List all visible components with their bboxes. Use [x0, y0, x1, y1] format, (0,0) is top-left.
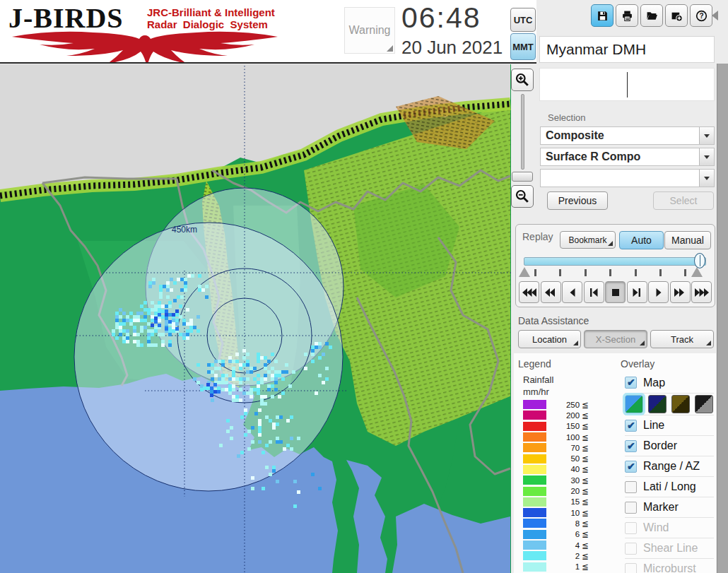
checkbox-checked[interactable]: [625, 377, 637, 389]
timezone-utc-button[interactable]: UTC: [510, 8, 536, 32]
range-ring-label: 450km: [172, 225, 197, 235]
previous-button[interactable]: Previous: [547, 191, 608, 210]
selection-dropdown-1[interactable]: Composite: [540, 126, 715, 145]
checkbox-unchecked[interactable]: [625, 481, 637, 493]
select-button[interactable]: Select: [653, 191, 714, 210]
overlay-item-label: Line: [643, 419, 664, 432]
transport-rewind-fast-button[interactable]: [519, 281, 539, 303]
transport-play-button[interactable]: [648, 281, 669, 303]
legend-color-swatch: [523, 551, 546, 560]
legend-row: 8 ≦: [523, 518, 589, 528]
map-zoom-out-button[interactable]: [511, 185, 534, 208]
transport-forward-fast-button[interactable]: [691, 281, 712, 303]
legend-color-swatch: [523, 422, 546, 431]
timezone-mmt-button[interactable]: MMT: [510, 33, 536, 60]
magnifier-plus-icon: [515, 73, 529, 87]
selection-dropdown-3[interactable]: [540, 169, 715, 187]
save-button[interactable]: [591, 4, 613, 27]
replay-timeline-slider[interactable]: [524, 257, 706, 266]
legend-value: 15 ≦: [546, 497, 589, 507]
legend-row: 200 ≦: [523, 410, 589, 420]
overlay-item-range-az: Range / AZ: [625, 456, 714, 476]
radar-map-canvas: 450km: [0, 64, 511, 573]
panel-collapse-icon[interactable]: [712, 11, 718, 20]
forward-fast-icon: [695, 288, 709, 297]
track-button[interactable]: Track: [650, 330, 714, 348]
overlay-item-microburst: Microburst: [625, 558, 714, 573]
warning-button[interactable]: Warning: [344, 7, 395, 54]
rewind-fast-icon: [522, 288, 536, 297]
radar-map[interactable]: 450km: [0, 64, 511, 573]
checkbox-unchecked[interactable]: [625, 502, 637, 514]
legend-value: 4 ≦: [546, 540, 589, 550]
x-section-button[interactable]: X-Section: [584, 330, 647, 348]
overlay-item-label: Lati / Long: [643, 480, 696, 493]
replay-manual-button[interactable]: Manual: [664, 231, 711, 249]
bookmark-button[interactable]: Bookmark: [560, 231, 616, 249]
checkbox-checked[interactable]: [625, 420, 637, 432]
checkbox-checked[interactable]: [625, 461, 637, 473]
right-splitter[interactable]: [717, 64, 728, 573]
legend-row: 2 ≦: [523, 550, 589, 561]
step-back-icon: [587, 288, 601, 297]
transport-play-back-button[interactable]: [562, 281, 582, 303]
open-button[interactable]: [640, 4, 663, 27]
overlay-section-label: Overlay: [621, 358, 654, 370]
legend-overlay-panel: Legend Overlay Rainfall mm/hr 250 ≦200 ≦…: [514, 353, 716, 573]
capture-icon: [671, 10, 683, 22]
overlay-item-border: Border: [625, 435, 714, 456]
app-header: J-BIRDS JRC-Brilliant & Intelligent Rada…: [0, 0, 536, 64]
legend-value: 200 ≦: [546, 410, 589, 420]
map-zoom-slider-handle[interactable]: [512, 172, 533, 182]
play-back-icon: [565, 288, 580, 297]
replay-auto-button[interactable]: Auto: [619, 231, 664, 249]
legend-row: 100 ≦: [523, 432, 589, 442]
print-button[interactable]: [616, 4, 638, 27]
legend-row: 15 ≦: [523, 497, 589, 507]
legend-value: 70 ≦: [546, 443, 589, 453]
location-button[interactable]: Location: [518, 330, 581, 348]
checkbox-unchecked: [625, 563, 637, 573]
legend-row: 250 ≦: [523, 399, 589, 410]
transport-step-back-button[interactable]: [584, 281, 604, 303]
jbirds-app: 450km J-BIRDS JRC-Brilliant & Intelligen…: [0, 0, 728, 573]
map-zoom-in-button[interactable]: [511, 69, 534, 91]
legend-color-swatch: [523, 562, 546, 572]
chevron-down-icon[interactable]: [699, 148, 714, 165]
checkbox-checked[interactable]: [625, 440, 637, 452]
overlay-item-label: Map: [643, 377, 665, 389]
transport-stop-button[interactable]: [605, 281, 626, 303]
transport-step-forward-button[interactable]: [627, 281, 647, 303]
legend-title: Rainfall: [523, 374, 553, 385]
chevron-down-icon[interactable]: [699, 127, 714, 144]
replay-slider-handle[interactable]: [694, 253, 705, 268]
legend-color-swatch: [523, 497, 546, 507]
map-style-swatch-3[interactable]: [671, 395, 690, 413]
legend-row: 70 ≦: [523, 442, 589, 453]
transport-forward-button[interactable]: [670, 281, 691, 303]
slider-tick: [534, 269, 536, 276]
slider-tick: [585, 269, 587, 276]
replay-range-start-marker[interactable]: [519, 267, 530, 277]
replay-range-end-marker[interactable]: [691, 267, 703, 277]
legend-row: 4 ≦: [523, 540, 589, 550]
app-logo-subtitle: JRC-Brilliant & Intelligent Radar Dialog…: [147, 7, 275, 30]
slider-tick: [684, 269, 686, 276]
help-button[interactable]: ?: [690, 4, 712, 27]
map-style-swatch-2[interactable]: [648, 395, 667, 413]
transport-rewind-button[interactable]: [541, 281, 561, 303]
map-style-swatch-1[interactable]: [625, 395, 643, 413]
chevron-down-icon[interactable]: [699, 170, 714, 187]
legend-color-swatch: [523, 475, 546, 485]
legend-color-swatch: [523, 400, 546, 409]
legend-color-swatch: [523, 410, 546, 420]
selection-dropdown-2[interactable]: Surface R Compo: [540, 148, 715, 166]
legend-color-scale: 250 ≦200 ≦150 ≦100 ≦70 ≦50 ≦40 ≦30 ≦20 ≦…: [523, 399, 589, 572]
capture-button[interactable]: [665, 4, 688, 27]
legend-row: 10 ≦: [523, 507, 589, 518]
legend-value: 2 ≦: [546, 551, 589, 561]
legend-color-swatch: [523, 454, 546, 463]
slider-tick: [609, 269, 611, 276]
map-zoom-slider-track[interactable]: [521, 94, 524, 170]
map-style-swatch-4[interactable]: [695, 395, 713, 413]
